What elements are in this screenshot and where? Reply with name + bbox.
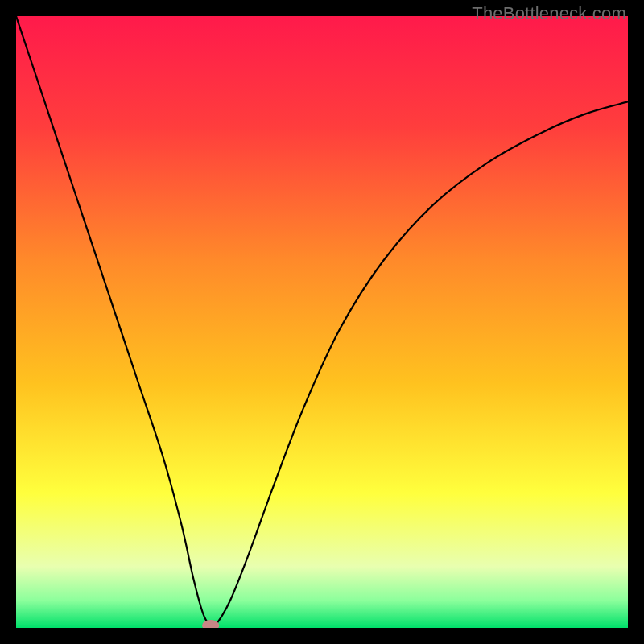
- bottleneck-chart: [16, 16, 628, 628]
- attribution-text: TheBottleneck.com: [472, 3, 626, 24]
- chart-frame: [16, 16, 628, 628]
- gradient-background: [16, 16, 628, 628]
